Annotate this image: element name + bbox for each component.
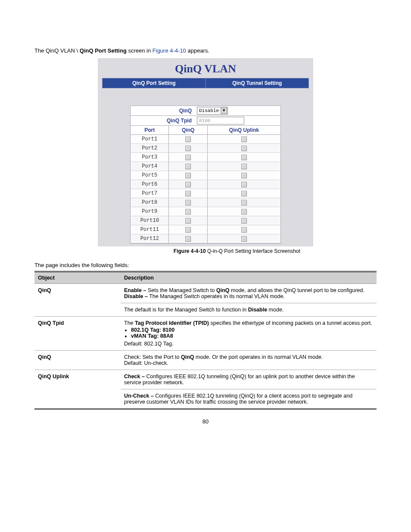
- hdr-port: Port: [131, 126, 169, 134]
- hdr-uplink: QinQ Uplink: [208, 126, 280, 134]
- tab-bar: QinQ Port Setting QinQ Tunnel Setting: [102, 78, 309, 88]
- uplink-checkbox[interactable]: [241, 155, 247, 160]
- uplink-checkbox[interactable]: [241, 209, 247, 215]
- desc-qinq: Enable – Sets the Managed Switch to QinQ…: [121, 284, 377, 303]
- figure-caption: Figure 4-4-10 Q-in-Q Port Setting Interf…: [98, 248, 313, 254]
- port-label: Port6: [131, 180, 169, 189]
- uplink-checkbox[interactable]: [241, 218, 247, 224]
- port-label: Port8: [131, 198, 169, 207]
- port-label: Port9: [131, 207, 169, 216]
- qinq-select[interactable]: Disable ▼: [197, 107, 228, 115]
- qinq-label: QinQ: [131, 106, 195, 115]
- qinq-checkbox[interactable]: [185, 164, 191, 169]
- qinq-checkbox[interactable]: [185, 236, 191, 242]
- port-label: Port10: [131, 216, 169, 225]
- qinq-checkbox[interactable]: [185, 137, 191, 142]
- port-label: Port2: [131, 144, 169, 152]
- port-label: Port12: [131, 234, 169, 243]
- port-label: Port11: [131, 225, 169, 234]
- tab-tunnel-setting[interactable]: QinQ Tunnel Setting: [206, 78, 309, 88]
- table-row: Port7: [131, 189, 280, 198]
- hdr-qinq: QinQ: [169, 126, 207, 134]
- intro-post: appears.: [186, 47, 209, 54]
- obj-qinq-port: QinQ: [34, 351, 121, 370]
- port-label: Port7: [131, 189, 169, 198]
- table-row: Port9: [131, 207, 280, 216]
- chevron-down-icon: ▼: [221, 108, 227, 114]
- table-row: Port8: [131, 198, 280, 207]
- config-area: QinQ Disable ▼ QinQ Tpid 8100: [130, 106, 281, 244]
- port-label: Port4: [131, 162, 169, 171]
- uplink-checkbox[interactable]: [241, 227, 247, 233]
- qinq-select-value: Disable: [199, 108, 219, 113]
- desc-qinq-default: The default is for the Managed Switch to…: [121, 303, 377, 317]
- screenshot-title: QinQ VLAN: [98, 61, 313, 78]
- qinq-checkbox[interactable]: [185, 227, 191, 233]
- qinq-checkbox[interactable]: [185, 146, 191, 151]
- desc-uplink-check: Check – Configures IEEE 802.1Q tunneling…: [121, 370, 377, 389]
- bullet-8021q: 802.1Q Tag: 8100: [131, 327, 373, 333]
- qinq-checkbox[interactable]: [185, 209, 191, 215]
- bullet-vman: vMAN Tag: 88A8: [131, 333, 373, 339]
- th-description: Description: [121, 272, 377, 284]
- uplink-checkbox[interactable]: [241, 146, 247, 151]
- caption-bold: Figure 4-4-10: [174, 248, 206, 254]
- uplink-checkbox[interactable]: [241, 200, 247, 205]
- table-row: Port10: [131, 216, 280, 225]
- desc-qinq-port: Check: Sets the Port to QinQ mode. Or th…: [121, 351, 377, 370]
- table-row: Port2: [131, 144, 280, 153]
- table-row: Port1: [131, 135, 280, 144]
- table-row: Port12: [131, 234, 280, 243]
- port-label: Port5: [131, 171, 169, 180]
- tab-port-setting[interactable]: QinQ Port Setting: [103, 78, 206, 88]
- desc-tpid: The Tag Protocol Identifier (TPID) speci…: [121, 317, 377, 351]
- qinq-checkbox[interactable]: [185, 155, 191, 160]
- intro-bold: QinQ Port Setting: [80, 47, 127, 54]
- screenshot-panel: QinQ VLAN QinQ Port Setting QinQ Tunnel …: [98, 58, 313, 246]
- intro-link[interactable]: Figure 4-4-10: [153, 47, 186, 54]
- qinq-checkbox[interactable]: [185, 182, 191, 187]
- qinq-checkbox[interactable]: [185, 173, 191, 178]
- table-row: Port6: [131, 180, 280, 189]
- intro-pre: The QinQ VLAN \: [34, 47, 80, 54]
- intro-text: The QinQ VLAN \ QinQ Port Setting screen…: [34, 47, 377, 54]
- fields-intro: The page includes the following fields:: [34, 262, 377, 268]
- table-row: Port5: [131, 171, 280, 180]
- uplink-checkbox[interactable]: [241, 236, 247, 242]
- caption-rest: Q-in-Q Port Setting Interface Screenshot: [206, 248, 300, 254]
- th-object: Object: [34, 272, 121, 284]
- obj-tpid: QinQ Tpid: [34, 317, 121, 351]
- page-number: 80: [34, 418, 377, 425]
- table-row: Port3: [131, 153, 280, 162]
- table-row: Port4: [131, 162, 280, 171]
- table-row: Port11: [131, 225, 280, 234]
- obj-qinq: QinQ: [34, 284, 121, 317]
- tpid-value: 8100: [199, 118, 210, 123]
- qinq-checkbox[interactable]: [185, 191, 191, 196]
- description-table: Object Description QinQ Enable – Sets th…: [34, 271, 377, 410]
- desc-uplink-uncheck: Un-Check – Configures IEEE 802.1Q tunnel…: [121, 389, 377, 409]
- qinq-checkbox[interactable]: [185, 200, 191, 205]
- qinq-checkbox[interactable]: [185, 218, 191, 224]
- port-label: Port1: [131, 135, 169, 143]
- intro-mid: screen in: [127, 47, 153, 54]
- port-header: Port QinQ QinQ Uplink: [131, 126, 280, 135]
- uplink-checkbox[interactable]: [241, 182, 247, 187]
- uplink-checkbox[interactable]: [241, 164, 247, 169]
- uplink-checkbox[interactable]: [241, 191, 247, 196]
- port-label: Port3: [131, 153, 169, 162]
- tpid-label: QinQ Tpid: [131, 116, 195, 125]
- obj-uplink: QinQ Uplink: [34, 370, 121, 409]
- uplink-checkbox[interactable]: [241, 173, 247, 178]
- uplink-checkbox[interactable]: [241, 137, 247, 142]
- tpid-input[interactable]: 8100: [197, 117, 244, 124]
